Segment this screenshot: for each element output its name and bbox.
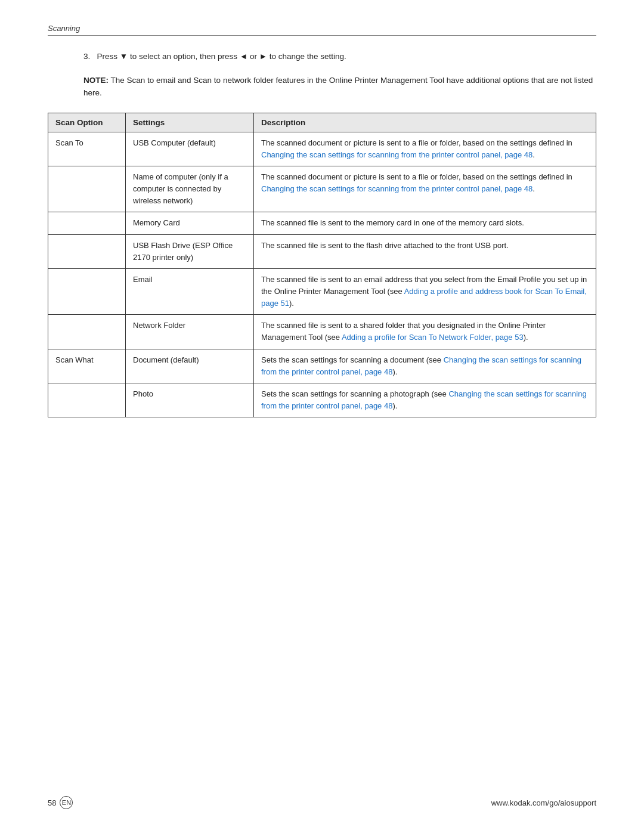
cell-description: Sets the scan settings for scanning a ph… <box>254 383 596 417</box>
page: Scanning 3. Press ▼ to select an option,… <box>0 0 644 833</box>
header-title: Scanning <box>48 24 80 33</box>
table-row: Scan ToUSB Computer (default)The scanned… <box>48 132 596 166</box>
desc-text: The scanned file is sent to the flash dr… <box>261 241 509 250</box>
cell-description: The scanned document or picture is sent … <box>254 166 596 212</box>
table-row: Network FolderThe scanned file is sent t… <box>48 315 596 349</box>
footer-website: www.kodak.com/go/aiosupport <box>491 798 596 807</box>
cell-description: The scanned file is sent to an email add… <box>254 268 596 314</box>
desc-text-before: The scanned document or picture is sent … <box>261 138 572 147</box>
desc-text-after: . <box>532 184 535 193</box>
col-header-desc: Description <box>254 113 596 132</box>
cell-description: The scanned document or picture is sent … <box>254 132 596 166</box>
desc-text-before: Sets the scan settings for scanning a ph… <box>261 389 448 398</box>
cell-settings: USB Computer (default) <box>126 132 254 166</box>
cell-settings: Photo <box>126 383 254 417</box>
cell-option <box>48 268 126 314</box>
note-label: NOTE: <box>83 76 109 85</box>
col-header-option: Scan Option <box>48 113 126 132</box>
table-row: USB Flash Drive (ESP Office 2170 printer… <box>48 234 596 268</box>
desc-text: The scanned file is sent to the memory c… <box>261 218 524 227</box>
cell-settings: Memory Card <box>126 212 254 234</box>
cell-option <box>48 166 126 212</box>
cell-option <box>48 383 126 417</box>
cell-settings: Name of computer (only if a computer is … <box>126 166 254 212</box>
desc-link[interactable]: Adding a profile for Scan To Network Fol… <box>342 333 524 342</box>
desc-text-after: . <box>532 150 535 159</box>
intro-content: Press ▼ to select an option, then press … <box>97 52 346 61</box>
cell-option <box>48 234 126 268</box>
desc-link[interactable]: Changing the scan settings for scanning … <box>261 184 532 193</box>
cell-option: Scan To <box>48 132 126 166</box>
scan-options-table: Scan Option Settings Description Scan To… <box>48 113 596 417</box>
desc-link[interactable]: Changing the scan settings for scanning … <box>261 150 532 159</box>
desc-text-after: ). <box>392 401 397 410</box>
cell-option <box>48 212 126 234</box>
desc-text-after: ). <box>392 367 397 376</box>
cell-settings: Email <box>126 268 254 314</box>
footer-page: 58 EN <box>48 796 73 809</box>
footer: 58 EN www.kodak.com/go/aiosupport <box>0 796 644 809</box>
cell-settings: Document (default) <box>126 349 254 383</box>
table-row: Memory CardThe scanned file is sent to t… <box>48 212 596 234</box>
cell-settings: USB Flash Drive (ESP Office 2170 printer… <box>126 234 254 268</box>
note-content: The Scan to email and Scan to network fo… <box>83 76 593 98</box>
table-header-row: Scan Option Settings Description <box>48 113 596 132</box>
cell-description: The scanned file is sent to the memory c… <box>254 212 596 234</box>
table-row: PhotoSets the scan settings for scanning… <box>48 383 596 417</box>
note-text: NOTE: The Scan to email and Scan to netw… <box>83 74 596 100</box>
cell-option: Scan What <box>48 349 126 383</box>
table-row: Scan WhatDocument (default)Sets the scan… <box>48 349 596 383</box>
page-number: 58 <box>48 798 56 807</box>
cell-description: The scanned file is sent to a shared fol… <box>254 315 596 349</box>
table-row: EmailThe scanned file is sent to an emai… <box>48 268 596 314</box>
en-badge: EN <box>60 796 73 809</box>
cell-description: The scanned file is sent to the flash dr… <box>254 234 596 268</box>
desc-text-after: ). <box>524 333 528 342</box>
cell-settings: Network Folder <box>126 315 254 349</box>
cell-option <box>48 315 126 349</box>
desc-text-after: ). <box>289 299 294 308</box>
desc-text-before: The scanned document or picture is sent … <box>261 172 572 181</box>
step-number: 3. <box>83 52 95 61</box>
desc-text-before: Sets the scan settings for scanning a do… <box>261 355 444 364</box>
col-header-settings: Settings <box>126 113 254 132</box>
table-row: Name of computer (only if a computer is … <box>48 166 596 212</box>
header-bar: Scanning <box>48 24 596 36</box>
intro-text: 3. Press ▼ to select an option, then pre… <box>83 50 596 63</box>
cell-description: Sets the scan settings for scanning a do… <box>254 349 596 383</box>
